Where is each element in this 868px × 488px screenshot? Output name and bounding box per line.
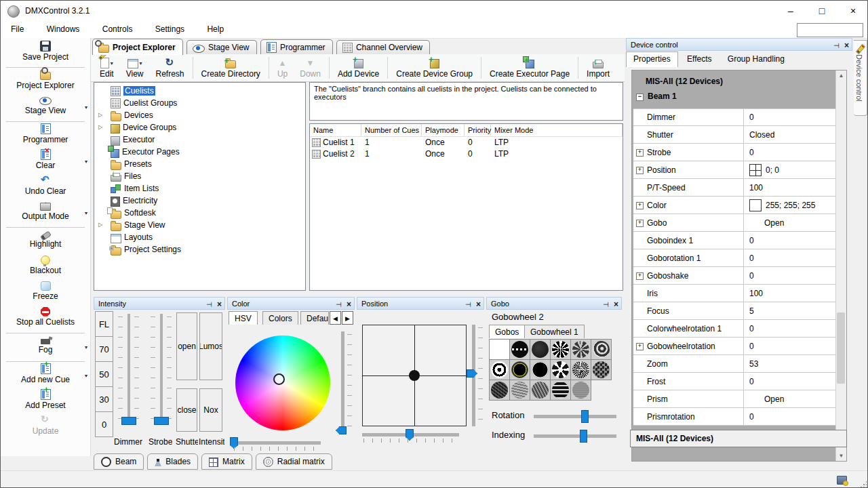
gobo-thumbnail[interactable] [509, 380, 530, 401]
gobo-thumbnail-open[interactable] [489, 339, 510, 360]
maximize-button[interactable]: □ [806, 1, 837, 21]
column-mixer-mode[interactable]: Mixer Mode [491, 124, 623, 136]
scrollbar-thumb[interactable] [837, 312, 845, 384]
color-tab-default[interactable]: Default [300, 311, 329, 325]
color-tab-colors[interactable]: Colors [262, 311, 298, 325]
shutter-close-button[interactable]: close [176, 388, 197, 432]
property-row-zoom[interactable]: Zoom53 [633, 355, 836, 373]
tab-blades[interactable]: Blades [147, 453, 198, 470]
tab-stage-view[interactable]: Stage View [186, 40, 257, 55]
strobe-slider-handle[interactable] [154, 417, 169, 425]
property-row-prism[interactable]: PrismOpen [633, 390, 836, 408]
device-control-side-tab[interactable]: Device control [854, 40, 867, 116]
gobo-thumbnail[interactable] [509, 359, 530, 380]
chevron-down-icon[interactable] [85, 104, 87, 110]
chevron-down-icon[interactable] [85, 344, 87, 350]
tab-programmer[interactable]: Programmer [260, 39, 333, 54]
sidebar-item-save-project[interactable]: Save Project [1, 41, 90, 66]
value-slider[interactable] [341, 331, 344, 434]
tab-matrix[interactable]: Matrix [201, 453, 252, 470]
shutter-open-button[interactable]: open [176, 312, 197, 380]
expand-icon[interactable] [636, 202, 644, 209]
tab-project-explorer[interactable]: Project Explorer [92, 39, 183, 55]
table-row[interactable]: Cuelist 2 1 Once 0 LTP [310, 148, 623, 160]
close-icon[interactable] [614, 300, 618, 308]
chevron-down-icon[interactable] [140, 60, 142, 66]
rotation-slider[interactable] [534, 415, 616, 418]
gobo-thumbnail[interactable] [570, 359, 591, 380]
gobo-thumbnail[interactable] [489, 380, 510, 401]
tab-effects[interactable]: Effects [680, 52, 718, 66]
tree-item-executor-pages[interactable]: Executor Pages [94, 146, 305, 158]
table-row[interactable]: Cuelist 1 1 Once 0 LTP [310, 137, 623, 148]
gobo-thumbnail[interactable] [550, 339, 571, 360]
close-icon[interactable] [217, 300, 222, 308]
rotation-slider-handle[interactable] [581, 410, 589, 423]
property-row-colorwheelrotation[interactable]: Colorwheelrotation 10 [633, 320, 836, 338]
chevron-down-icon[interactable] [85, 159, 87, 165]
column-number-of-cues[interactable]: Number of Cues [361, 124, 422, 136]
tab-group-handling[interactable]: Group Handling [721, 52, 791, 66]
hue-slider[interactable] [233, 441, 321, 445]
gobo-thumbnail[interactable] [591, 339, 612, 360]
property-row-frost[interactable]: Frost0 [633, 373, 836, 390]
refresh-button[interactable]: Refresh [149, 54, 190, 81]
gobo-thumbnail[interactable] [509, 339, 530, 360]
property-row-color[interactable]: Color255; 255; 255 [633, 197, 836, 214]
property-row-strobe[interactable]: Strobe0 [633, 144, 836, 161]
tree-item-devices[interactable]: Devices [94, 109, 305, 121]
tree-item-item-lists[interactable]: Item Lists [94, 182, 305, 195]
property-row-goboindex[interactable]: Goboindex 10 [633, 232, 836, 249]
sidebar-item-freeze[interactable]: Freeze [1, 281, 90, 306]
property-row-dimmer[interactable]: Dimmer0 [633, 108, 836, 126]
property-row-iris[interactable]: Iris100 [633, 285, 836, 302]
sidebar-item-add-preset[interactable]: Add Preset [1, 389, 90, 415]
scroll-down-icon[interactable]: ▼ [836, 451, 846, 461]
view-button[interactable]: View [120, 54, 150, 81]
intensity-nox-button[interactable]: Nox [199, 388, 222, 432]
indexing-slider[interactable] [534, 434, 616, 438]
property-row-pt-speed[interactable]: P/T-Speed100 [633, 179, 836, 197]
gobo-thumbnail[interactable] [530, 380, 551, 401]
close-icon[interactable] [844, 41, 849, 49]
tree-item-device-groups[interactable]: Device Groups [94, 121, 305, 134]
tree-item-cuelist-groups[interactable]: Cuelist Groups [94, 97, 305, 109]
expand-icon[interactable] [636, 343, 644, 350]
sidebar-item-output-mode[interactable]: Output Mode [1, 201, 90, 226]
expand-icon[interactable] [636, 149, 644, 157]
quick-search-input[interactable] [797, 23, 863, 37]
hsv-selector[interactable] [273, 373, 285, 385]
intensity-preset-50[interactable]: 50 [95, 361, 113, 387]
tree-item-executor[interactable]: Executor [94, 134, 305, 146]
tilt-slider-handle[interactable] [467, 369, 477, 378]
dimmer-slider-handle[interactable] [121, 417, 136, 425]
tab-radial-matrix[interactable]: Radial matrix [256, 453, 332, 470]
chevron-down-icon[interactable] [111, 60, 113, 66]
expand-icon[interactable] [636, 167, 644, 174]
menu-help[interactable]: Help [197, 21, 234, 38]
intensity-preset-30[interactable]: 30 [95, 386, 113, 412]
sidebar-item-project-explorer[interactable]: Project Explorer [1, 69, 90, 95]
edit-button[interactable]: Edit [94, 54, 120, 81]
pin-icon[interactable] [336, 301, 342, 307]
gobo-tab-gobowheel1[interactable]: Gobowheel 1 [524, 325, 585, 338]
create-executor-page-button[interactable]: Create Executor Page [484, 54, 576, 81]
sidebar-item-undo-clear[interactable]: Undo Clear [1, 175, 90, 201]
property-row-gobo[interactable]: GoboOpen [633, 214, 836, 232]
create-device-group-button[interactable]: Create Device Group [390, 54, 479, 81]
pin-icon[interactable] [465, 301, 472, 307]
indexing-slider-handle[interactable] [580, 430, 587, 443]
intensity-preset-fl[interactable]: FL [95, 311, 113, 337]
sidebar-item-clear[interactable]: Clear [1, 149, 90, 175]
sidebar-item-blackout[interactable]: Blackout [1, 255, 90, 281]
pin-icon[interactable] [206, 301, 213, 307]
sidebar-item-stage-view[interactable]: Stage View [1, 95, 90, 121]
gobo-thumbnail[interactable] [570, 339, 591, 360]
dimmer-slider[interactable] [127, 314, 130, 425]
chevron-down-icon[interactable] [85, 210, 87, 216]
expand-arrow-icon[interactable] [98, 219, 102, 231]
menu-controls[interactable]: Controls [92, 21, 143, 38]
close-icon[interactable] [347, 300, 351, 308]
expand-icon[interactable] [636, 220, 644, 227]
tab-channel-overview[interactable]: Channel Overview [336, 40, 430, 55]
